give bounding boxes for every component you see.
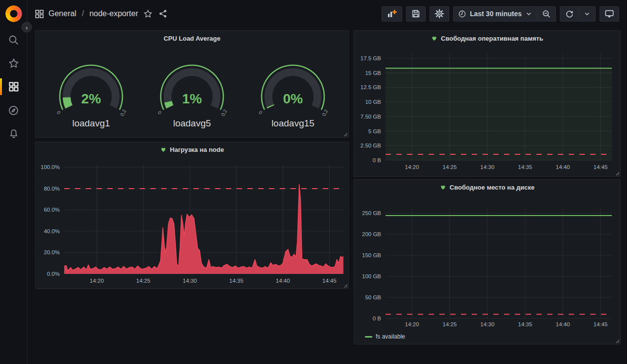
y-axis-tick: 10 GB — [365, 99, 381, 105]
panel-free-disk: Свободное место на диске 14:2014:2514:30… — [354, 179, 621, 344]
topbar-actions: Last 30 minutes — [382, 6, 619, 22]
sidebar-expand-button[interactable]: › — [22, 22, 32, 32]
gauge-loadavg5: 00.21%loadavg5 — [143, 52, 241, 129]
y-axis-tick: 80.0% — [44, 186, 60, 192]
favorite-star-button[interactable] — [143, 8, 153, 19]
gauge-value: 0% — [283, 91, 303, 106]
panel-resize-handle[interactable] — [615, 339, 619, 343]
gauge-arc: 00.22% — [49, 52, 133, 118]
share-button[interactable] — [158, 8, 169, 19]
search-icon — [8, 34, 19, 46]
refresh-interval-dropdown[interactable] — [579, 7, 595, 21]
bell-icon — [8, 128, 19, 139]
x-axis-tick: 14:30 — [481, 164, 495, 170]
refresh-button[interactable] — [560, 7, 579, 21]
x-axis-tick: 14:25 — [443, 321, 457, 327]
y-axis-tick: 100 GB — [362, 273, 381, 279]
cycle-view-mode-button[interactable] — [600, 6, 619, 22]
sidebar-nav — [0, 28, 27, 146]
x-axis-tick: 14:30 — [481, 321, 495, 327]
x-axis-tick: 14:30 — [183, 278, 197, 284]
y-axis-tick: 250 GB — [362, 210, 381, 216]
panel-resize-handle[interactable] — [615, 171, 619, 175]
x-axis-tick: 14:35 — [518, 164, 532, 170]
gauge-max-label: 0.2 — [321, 108, 329, 117]
breadcrumb-section[interactable]: General — [48, 9, 76, 18]
sidebar-item-alerting[interactable] — [0, 122, 27, 146]
panel-cpu-load-average: CPU Load Average 00.22%loadavg100.21%loa… — [35, 30, 349, 138]
y-axis-tick: 0 B — [373, 157, 382, 163]
panel-resize-handle[interactable] — [343, 132, 347, 136]
breadcrumb-page[interactable]: node-exporter — [89, 9, 138, 18]
compass-icon — [8, 105, 19, 116]
gauge-min-label: 0 — [56, 110, 62, 116]
gauge-min-label: 0 — [258, 110, 264, 116]
grafana-logo-icon[interactable] — [2, 2, 24, 24]
panel-title-text: Свободное место на диске — [450, 184, 534, 191]
y-axis-tick: 5 GB — [368, 128, 382, 134]
breadcrumb: General / node-exporter — [35, 8, 169, 19]
ram-chart-canvas[interactable]: 14:2014:2514:3014:3514:4014:450 B2.50 GB… — [354, 46, 620, 176]
panel-title-load[interactable]: Нагрузка на node — [36, 142, 348, 157]
x-axis-tick: 14:35 — [518, 321, 532, 327]
panel-title-disk[interactable]: Свободное место на диске — [354, 180, 620, 194]
disk-chart-canvas[interactable]: 14:2014:2514:3014:3514:4014:450 B50 GB10… — [354, 194, 620, 344]
sidebar-item-starred[interactable] — [0, 51, 27, 75]
gauge-title: loadavg5 — [173, 118, 211, 129]
x-axis-tick: 14:35 — [229, 278, 243, 284]
sidebar-item-explore[interactable] — [0, 98, 27, 122]
zoom-out-time-button[interactable] — [537, 7, 555, 21]
y-axis-tick: 40.0% — [44, 228, 60, 234]
time-range-label: Last 30 minutes — [470, 10, 522, 18]
add-panel-button[interactable] — [382, 6, 402, 22]
dashboard-grid-icon — [35, 9, 44, 19]
y-axis-tick: 12.5 GB — [361, 84, 382, 90]
x-axis-tick: 14:40 — [276, 278, 290, 284]
y-axis-tick: 2.50 GB — [361, 143, 382, 148]
y-axis-tick: 150 GB — [362, 252, 381, 258]
y-axis-tick: 60.0% — [44, 207, 60, 213]
series-area — [386, 68, 612, 160]
chevron-down-icon — [583, 10, 591, 18]
x-axis-tick: 14:20 — [405, 164, 419, 170]
refresh-group — [560, 6, 596, 22]
y-axis-tick: 15 GB — [365, 70, 381, 76]
health-heart-icon — [440, 184, 446, 190]
save-dashboard-button[interactable] — [406, 6, 426, 22]
x-axis-tick: 14:45 — [594, 321, 608, 327]
dashboard-settings-button[interactable] — [430, 6, 449, 22]
gauge-arc: 00.20% — [251, 52, 335, 118]
gauges-row: 00.22%loadavg100.21%loadavg500.20%loadav… — [36, 46, 348, 129]
gauge-title: loadavg1 — [72, 118, 110, 129]
panel-node-load: Нагрузка на node 14:2014:2514:3014:3514:… — [35, 142, 349, 289]
y-axis-tick: 20.0% — [44, 249, 60, 255]
y-axis-tick: 100.0% — [41, 164, 60, 170]
x-axis-tick: 14:20 — [90, 278, 104, 284]
time-picker-button[interactable]: Last 30 minutes — [454, 7, 537, 21]
y-axis-tick: 7.50 GB — [361, 114, 382, 120]
gauge-value: 1% — [182, 91, 202, 106]
sidebar — [0, 0, 27, 364]
gauge-title: loadavg15 — [271, 118, 314, 129]
gauge-min-label: 0 — [157, 110, 163, 116]
x-axis-tick: 14:40 — [556, 321, 570, 327]
x-axis-tick: 14:20 — [405, 321, 419, 327]
legend-label: fs available — [376, 333, 405, 340]
y-axis-tick: 200 GB — [362, 231, 381, 237]
panel-resize-handle[interactable] — [343, 284, 347, 288]
panel-title-ram[interactable]: Свободная оперативная память — [354, 31, 620, 46]
time-controls-group: Last 30 minutes — [453, 6, 556, 22]
sidebar-item-dashboards[interactable] — [0, 75, 27, 98]
gauge-value: 2% — [81, 91, 101, 106]
gauge-max-label: 0.2 — [220, 108, 228, 117]
breadcrumb-separator: / — [82, 9, 84, 18]
panel-title-cpu[interactable]: CPU Load Average — [36, 31, 348, 46]
load-chart-canvas[interactable]: 14:2014:2514:3014:3514:4014:450.0%20.0%4… — [36, 157, 348, 288]
topbar: General / node-exporter Last 30 minutes — [27, 0, 627, 27]
gauge-max-label: 0.2 — [119, 108, 127, 117]
health-heart-icon — [431, 35, 437, 41]
x-axis-tick: 14:40 — [556, 164, 570, 170]
sidebar-item-search[interactable] — [0, 28, 27, 51]
legend-fs-available[interactable]: fs available — [365, 333, 405, 340]
star-icon — [8, 58, 19, 69]
